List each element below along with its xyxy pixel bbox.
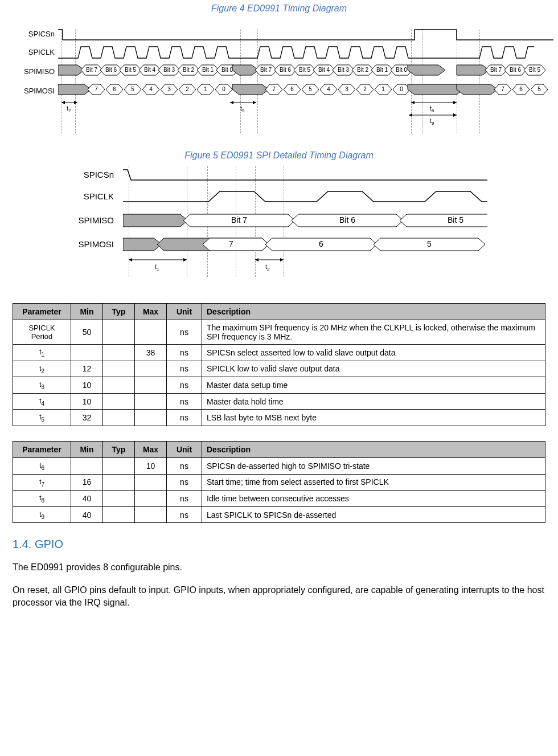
cell-parameter: t4	[13, 393, 71, 410]
table-row: t410nsMaster data hold time	[13, 393, 545, 410]
cell-max	[135, 474, 167, 491]
th-parameter: Parameter	[13, 304, 71, 320]
cell-max	[135, 361, 167, 377]
timing-parameters-table-2: Parameter Min Typ Max Unit Description t…	[13, 441, 545, 523]
cell-desc: Master data setup time	[202, 377, 545, 394]
svg-text:2: 2	[186, 86, 189, 92]
cell-typ	[103, 506, 135, 523]
svg-text:t1: t1	[155, 263, 159, 272]
svg-text:Bit 7: Bit 7	[490, 67, 502, 73]
cell-max	[135, 377, 167, 394]
svg-text:Bit 3: Bit 3	[338, 67, 349, 73]
cell-min: 50	[71, 320, 103, 345]
cell-max: 38	[135, 345, 167, 361]
svg-text:Bit 6: Bit 6	[510, 67, 521, 73]
svg-text:t7: t7	[67, 105, 71, 113]
cell-max	[135, 506, 167, 523]
svg-text:Bit 5: Bit 5	[299, 67, 310, 73]
svg-text:t2: t2	[265, 263, 270, 272]
svg-marker-34	[408, 65, 445, 75]
cell-typ	[103, 474, 135, 491]
svg-marker-42	[58, 84, 91, 95]
body-paragraph-1: The ED0991 provides 8 configurable pins.	[13, 561, 545, 574]
svg-text:4: 4	[327, 86, 330, 92]
cell-min: 40	[71, 506, 103, 523]
cell-parameter: t6	[13, 457, 71, 474]
signal-label-spicsn: SPICSn	[74, 170, 114, 179]
cell-min: 32	[71, 410, 103, 426]
svg-text:0: 0	[400, 86, 403, 92]
svg-text:Bit 2: Bit 2	[183, 67, 194, 73]
svg-text:Bit 1: Bit 1	[202, 67, 214, 73]
svg-marker-90	[253, 101, 256, 104]
svg-text:Bit 5: Bit 5	[125, 67, 136, 73]
svg-marker-85	[61, 101, 65, 104]
cell-min	[71, 457, 103, 474]
cell-desc: SPICSn select asserted low to valid slav…	[202, 345, 545, 361]
svg-marker-109	[400, 214, 487, 227]
svg-text:Bit 6: Bit 6	[280, 67, 291, 73]
th-unit: Unit	[167, 441, 202, 457]
section-heading: 1.4. GPIO	[13, 538, 545, 551]
svg-marker-120	[129, 258, 132, 261]
spimiso-waveform: Bit 7Bit 6Bit 5Bit 4Bit 3Bit 2Bit 1Bit 0…	[58, 63, 553, 77]
svg-text:3: 3	[167, 86, 171, 92]
svg-marker-113	[203, 238, 269, 251]
cell-parameter: t5	[13, 410, 71, 426]
svg-marker-86	[74, 101, 77, 104]
cell-typ	[103, 345, 135, 361]
svg-marker-59	[232, 84, 269, 95]
cell-typ	[103, 377, 135, 394]
cell-desc: SPICLK low to valid slave output data	[202, 361, 545, 377]
cell-desc: SPICSn de-asserted high to SPIMISO tri-s…	[202, 457, 545, 474]
svg-text:7: 7	[229, 239, 233, 248]
svg-text:Bit 4: Bit 4	[144, 67, 155, 73]
svg-text:Bit 7: Bit 7	[260, 67, 272, 73]
cell-desc: The maximum SPI frequency is 20 MHz when…	[202, 320, 545, 345]
cell-min: 16	[71, 474, 103, 491]
th-min: Min	[71, 304, 103, 320]
th-max: Max	[135, 304, 167, 320]
signal-label-spimiso: SPIMISO	[24, 67, 55, 76]
table-header-row: Parameter Min Typ Max Unit Description	[13, 441, 545, 457]
cell-desc: LSB last byte to MSB next byte	[202, 410, 545, 426]
th-desc: Description	[202, 441, 545, 457]
cell-typ	[103, 361, 135, 377]
table-row: t138nsSPICSn select asserted low to vali…	[13, 345, 545, 361]
svg-text:7: 7	[272, 86, 276, 92]
th-parameter: Parameter	[13, 441, 71, 457]
svg-text:5: 5	[538, 86, 541, 92]
signal-label-spiclk: SPICLK	[74, 191, 114, 201]
svg-text:t5: t5	[240, 105, 245, 113]
svg-marker-104	[123, 214, 188, 227]
cell-unit: ns	[167, 345, 202, 361]
svg-text:6: 6	[113, 86, 116, 92]
svg-text:Bit 0: Bit 0	[396, 67, 407, 73]
svg-text:5: 5	[427, 239, 432, 248]
cell-min: 10	[71, 377, 103, 394]
table-row: t840nsIdle time between consecutive acce…	[13, 491, 545, 507]
svg-text:t6: t6	[422, 99, 427, 100]
svg-marker-94	[453, 101, 457, 104]
cell-max	[135, 410, 167, 426]
cell-parameter: t7	[13, 474, 71, 491]
svg-marker-89	[230, 101, 233, 104]
signal-label-spiclk: SPICLK	[24, 48, 55, 56]
figure-4-caption: Figure 4 ED0991 Timing Diagram	[13, 3, 545, 14]
svg-marker-111	[123, 238, 162, 251]
table-row: t310nsMaster data setup time	[13, 377, 545, 394]
table-row: SPICLK Period50nsThe maximum SPI frequen…	[13, 320, 545, 345]
svg-text:7: 7	[95, 86, 98, 92]
svg-text:0: 0	[222, 86, 225, 92]
cell-min: 10	[71, 393, 103, 410]
cell-max	[135, 393, 167, 410]
table-row: t940nsLast SPICLK to SPICSn de-asserted	[13, 506, 545, 523]
th-min: Min	[71, 441, 103, 457]
cell-desc: Last SPICLK to SPICSn de-asserted	[202, 506, 545, 523]
cell-unit: ns	[167, 410, 202, 426]
svg-marker-124	[255, 258, 259, 261]
dimension-callouts: t7 t5 t8 t6 t9	[58, 99, 553, 128]
svg-text:t9: t9	[430, 117, 434, 126]
spiclk-waveform	[58, 44, 534, 63]
svg-text:Bit 6: Bit 6	[105, 67, 117, 73]
